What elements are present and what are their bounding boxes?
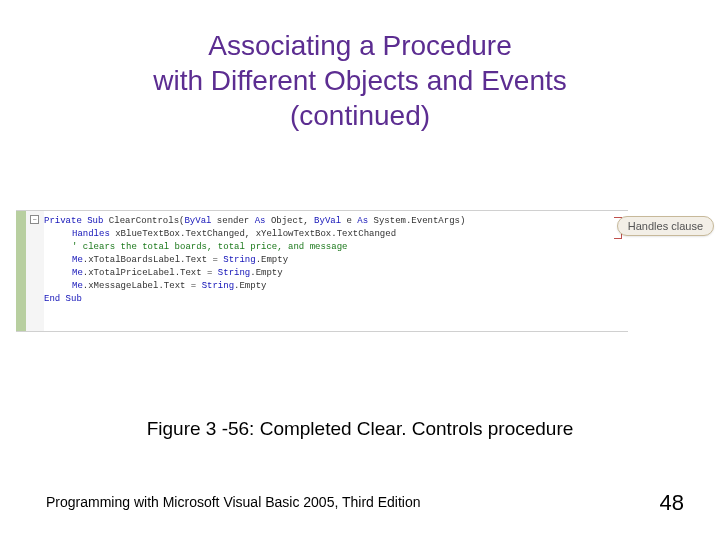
code-body: Private Sub ClearControls(ByVal sender A… <box>44 211 628 331</box>
code-line-3-comment: ' clears the total boards, total price, … <box>44 241 626 254</box>
code-line-6: Me.xMessageLabel.Text = String.Empty <box>44 280 626 293</box>
code-line-2: Handles xBlueTextBox.TextChanged, xYello… <box>44 228 626 241</box>
code-gutter <box>16 211 26 331</box>
footer-text: Programming with Microsoft Visual Basic … <box>46 494 421 510</box>
slide-title: Associating a Procedure with Different O… <box>0 0 720 133</box>
title-line-3: (continued) <box>290 100 430 131</box>
code-line-4: Me.xTotalBoardsLabel.Text = String.Empty <box>44 254 626 267</box>
slide: Associating a Procedure with Different O… <box>0 0 720 540</box>
page-number: 48 <box>660 490 684 516</box>
code-line-end: End Sub <box>44 293 626 306</box>
code-line-5: Me.xTotalPriceLabel.Text = String.Empty <box>44 267 626 280</box>
annotation-bubble: Handles clause <box>617 216 714 236</box>
code-line-1: Private Sub ClearControls(ByVal sender A… <box>44 215 626 228</box>
code-screenshot: − Private Sub ClearControls(ByVal sender… <box>16 210 628 332</box>
title-line-2: with Different Objects and Events <box>153 65 566 96</box>
figure-caption: Figure 3 -56: Completed Clear. Controls … <box>0 418 720 440</box>
collapse-icon: − <box>30 215 39 224</box>
code-margin: − <box>26 211 44 331</box>
title-line-1: Associating a Procedure <box>208 30 512 61</box>
